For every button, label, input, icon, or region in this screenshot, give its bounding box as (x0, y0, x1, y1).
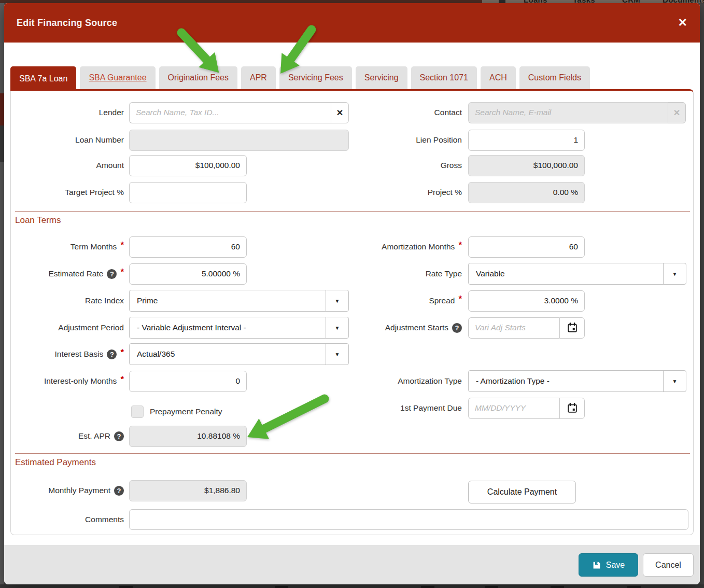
save-icon (592, 561, 601, 570)
first-payment-due-calendar-button[interactable] (559, 398, 585, 419)
calendar-icon (567, 402, 578, 414)
save-button[interactable]: Save (579, 553, 638, 577)
calculate-payment-button[interactable]: Calculate Payment (468, 481, 576, 503)
first-payment-due-label: 1st Payment Due (400, 403, 462, 413)
interest-basis-value: Actual/365 (130, 344, 326, 365)
sba-7a-loan-panel: Lender ✕ Contact ✕ Loan Number Lien Pos (10, 89, 694, 535)
interest-basis-select[interactable]: Actual/365 ▼ (129, 343, 349, 365)
est-apr-label: Est. APR (78, 431, 110, 441)
cancel-button[interactable]: Cancel (643, 553, 694, 577)
lender-label: Lender (99, 108, 124, 117)
adjustment-period-select[interactable]: - Variable Adjustment Interval - ▼ (129, 317, 349, 339)
lender-clear-button[interactable]: ✕ (331, 102, 349, 123)
rate-index-select[interactable]: Prime ▼ (129, 290, 349, 312)
prepayment-penalty-checkbox[interactable] (131, 405, 144, 418)
help-icon[interactable]: ? (114, 486, 124, 496)
chevron-down-icon: ▼ (326, 344, 348, 365)
loan-terms-heading: Loan Terms (15, 215, 61, 226)
amortization-type-label: Amortization Type (398, 376, 462, 386)
modal-header: Edit Financing Source ✕ (4, 3, 700, 43)
edit-financing-source-modal: Edit Financing Source ✕ SBA 7a Loan SBA … (4, 3, 700, 584)
contact-search-input[interactable] (468, 102, 668, 123)
term-months-input[interactable] (129, 236, 247, 258)
help-icon[interactable]: ? (114, 431, 124, 441)
save-button-label: Save (606, 561, 625, 570)
tab-sba-guarantee[interactable]: SBA Guarantee (80, 66, 155, 89)
target-project-pct-label: Target Project % (65, 188, 124, 197)
rate-type-label: Rate Type (426, 269, 462, 278)
interest-basis-label: Interest Basis (54, 349, 103, 359)
interest-only-months-label: Interest-only Months (44, 376, 117, 386)
amount-input[interactable] (129, 155, 247, 176)
contact-label: Contact (434, 108, 462, 117)
chevron-down-icon: ▼ (326, 290, 348, 311)
est-apr-input (129, 426, 247, 447)
amortization-months-label: Amortization Months (382, 242, 455, 251)
calendar-icon (567, 322, 578, 333)
loan-number-label: Loan Number (75, 135, 124, 145)
help-icon[interactable]: ? (452, 323, 462, 333)
close-icon[interactable]: ✕ (678, 17, 687, 29)
lien-position-label: Lien Position (416, 135, 462, 145)
rate-type-select[interactable]: Variable ▼ (468, 263, 686, 285)
rate-type-value: Variable (469, 263, 663, 284)
tab-ach[interactable]: ACH (481, 66, 516, 89)
clear-icon: ✕ (336, 108, 343, 118)
chevron-down-icon: ▼ (663, 263, 686, 284)
comments-label: Comments (85, 515, 124, 524)
tab-servicing-fees[interactable]: Servicing Fees (279, 66, 352, 89)
monthly-payment-label: Monthly Payment (48, 486, 110, 495)
estimated-payments-heading: Estimated Payments (15, 457, 96, 468)
tab-section-1071[interactable]: Section 1071 (411, 66, 477, 89)
chevron-down-icon: ▼ (326, 317, 348, 338)
adjustment-period-value: - Variable Adjustment Interval - (130, 317, 326, 338)
prepayment-penalty-label: Prepayment Penalty (150, 407, 222, 416)
rate-index-label: Rate Index (85, 296, 124, 305)
amount-label: Amount (96, 161, 124, 170)
estimated-rate-input[interactable] (129, 263, 247, 285)
rate-index-value: Prime (130, 290, 326, 311)
chevron-down-icon: ▼ (663, 371, 686, 391)
spread-input[interactable] (468, 290, 585, 312)
adjustment-starts-calendar-button[interactable] (559, 317, 585, 339)
tab-custom-fields[interactable]: Custom Fields (519, 66, 590, 89)
lender-search-input[interactable] (129, 102, 331, 123)
tab-apr[interactable]: APR (241, 66, 276, 89)
project-pct-label: Project % (428, 188, 462, 197)
help-icon[interactable]: ? (107, 269, 117, 279)
contact-clear-button: ✕ (668, 102, 686, 123)
background-dark-blob (0, 125, 4, 162)
loan-number-input (129, 130, 349, 151)
tab-origination-fees[interactable]: Origination Fees (159, 66, 237, 89)
estimated-rate-label: Estimated Rate (48, 269, 103, 278)
project-pct-input (468, 182, 585, 203)
target-project-pct-input[interactable] (129, 182, 247, 203)
modal-footer: Save Cancel (4, 545, 700, 584)
section-divider (15, 453, 690, 454)
modal-title: Edit Financing Source (17, 18, 117, 29)
help-icon[interactable]: ? (107, 349, 117, 359)
background-left-sliver (0, 3, 4, 588)
monthly-payment-input (129, 480, 247, 501)
gross-label: Gross (441, 161, 462, 170)
interest-only-months-input[interactable] (129, 371, 247, 392)
background-red-blob (0, 93, 4, 125)
clear-icon: ✕ (673, 108, 680, 118)
spread-label: Spread (429, 296, 455, 305)
adjustment-starts-input[interactable] (468, 317, 559, 339)
tab-servicing[interactable]: Servicing (356, 66, 407, 89)
tab-bar: SBA 7a Loan SBA Guarantee Origination Fe… (10, 66, 590, 91)
gross-input (468, 155, 585, 176)
adjustment-period-label: Adjustment Period (58, 323, 124, 332)
term-months-label: Term Months (71, 242, 117, 251)
comments-input[interactable] (129, 509, 688, 530)
amortization-months-input[interactable] (468, 236, 585, 258)
section-divider (15, 211, 690, 212)
lien-position-input[interactable] (468, 130, 585, 151)
first-payment-due-input[interactable] (468, 398, 559, 419)
amortization-type-select[interactable]: - Amortization Type - ▼ (468, 370, 686, 392)
amortization-type-value: - Amortization Type - (469, 371, 663, 391)
background-bottom-sliver (0, 584, 704, 588)
adjustment-starts-label: Adjustment Starts (385, 323, 448, 332)
tab-sba-7a-loan[interactable]: SBA 7a Loan (10, 66, 76, 91)
